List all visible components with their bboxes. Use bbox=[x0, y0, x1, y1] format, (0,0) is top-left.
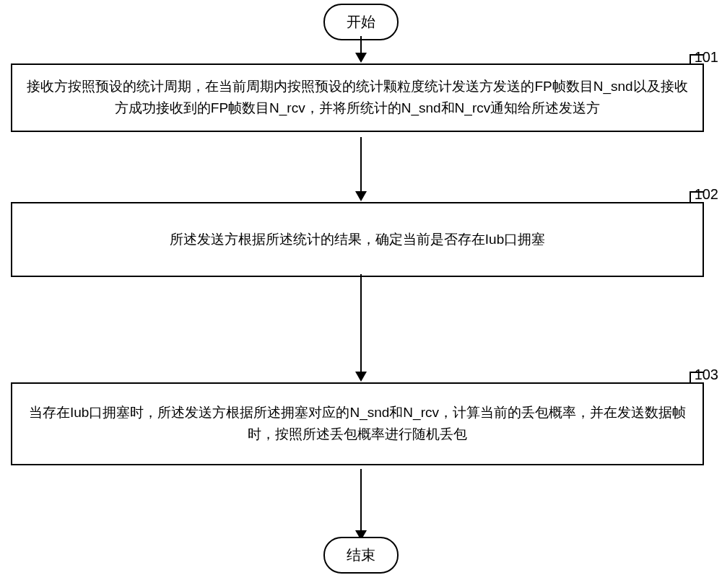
process-text-101: 接收方按照预设的统计周期，在当前周期内按照预设的统计颗粒度统计发送方发送的FP帧… bbox=[27, 79, 687, 115]
start-label: 开始 bbox=[347, 14, 375, 30]
process-box-103: 当存在Iub口拥塞时，所述发送方根据所述拥塞对应的N_snd和N_rcv，计算当… bbox=[11, 382, 704, 465]
process-text-102: 所述发送方根据所述统计的结果，确定当前是否存在Iub口拥塞 bbox=[170, 232, 545, 247]
end-label: 结束 bbox=[347, 547, 375, 563]
arrow-102-to-103 bbox=[360, 274, 362, 380]
process-box-102: 所述发送方根据所述统计的结果，确定当前是否存在Iub口拥塞 bbox=[11, 202, 704, 277]
label-connector-103 bbox=[690, 372, 704, 382]
start-terminal: 开始 bbox=[323, 4, 399, 40]
arrow-101-to-102 bbox=[360, 137, 362, 200]
arrow-start-to-101 bbox=[360, 36, 362, 61]
label-connector-102 bbox=[690, 191, 704, 202]
process-text-103: 当存在Iub口拥塞时，所述发送方根据所述拥塞对应的N_snd和N_rcv，计算当… bbox=[29, 405, 686, 442]
process-box-101: 接收方按照预设的统计周期，在当前周期内按照预设的统计颗粒度统计发送方发送的FP帧… bbox=[11, 63, 704, 132]
arrow-103-to-end bbox=[360, 469, 362, 539]
flowchart-container: 开始 101 接收方按照预设的统计周期，在当前周期内按照预设的统计颗粒度统计发送… bbox=[0, 0, 722, 588]
end-terminal: 结束 bbox=[323, 537, 399, 574]
